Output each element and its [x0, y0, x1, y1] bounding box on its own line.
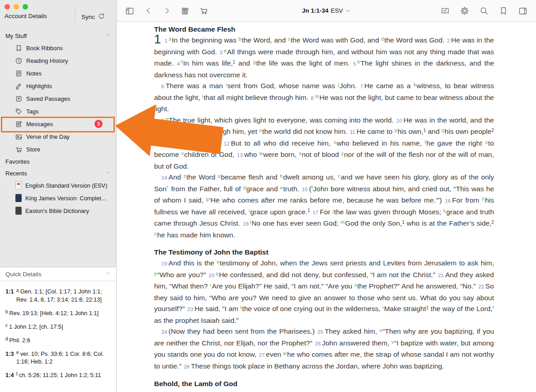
crossref-letter[interactable]: r [210, 282, 212, 288]
crossref-letter[interactable]: n [154, 231, 157, 236]
quick-details-header[interactable]: Quick Details [0, 267, 116, 281]
crossref-letter[interactable]: d [243, 185, 246, 190]
sync-button[interactable]: Sync [81, 12, 105, 21]
crossref-letter[interactable]: h [482, 196, 484, 202]
crossref-entry[interactable]: 1:4 fch. 5:26; 11:25; 1 John 1:2; 5:11 [5, 371, 111, 379]
crossref-entry[interactable]: c1 John 1:2; [ch. 17:5] [5, 323, 111, 331]
crossref-letter[interactable]: f [311, 185, 313, 190]
crossref-letter[interactable]: l [250, 219, 251, 225]
crossref-letter[interactable]: v [391, 339, 394, 345]
crossref-letter[interactable]: q [442, 128, 444, 133]
crossref-letter[interactable]: a [218, 173, 221, 179]
footnote-marker[interactable]: 1 [402, 220, 404, 225]
sidebar-item-verse-of-the-day[interactable]: Verse of the Day [0, 130, 116, 143]
sidebar-item-saved-passages[interactable]: Saved Passages [0, 92, 116, 105]
crossref-letter[interactable]: y [341, 151, 343, 156]
sidebar-item-reading-history[interactable]: Reading History [0, 54, 116, 67]
bookmark-button[interactable] [498, 5, 509, 17]
close-button[interactable] [5, 4, 10, 9]
sidebar-item-messages[interactable]: Messages3 [0, 118, 116, 130]
crossref-letter[interactable]: u [485, 139, 488, 145]
minimize-button[interactable] [14, 4, 19, 9]
chevron-down-icon[interactable] [105, 170, 111, 177]
sidebar-item-store[interactable]: Store [0, 143, 116, 156]
crossref-letter[interactable]: s [334, 139, 336, 145]
crossref-entry[interactable]: 1:1 aGen. 1:1; [Col. 1:17; 1 John 1:1; R… [5, 288, 111, 304]
crossref-letter[interactable]: n [165, 116, 168, 122]
panel-left-button[interactable] [124, 5, 136, 17]
footnote-marker[interactable]: 1 [426, 305, 429, 310]
crossref-letter[interactable]: c [338, 173, 340, 179]
gear-button[interactable] [459, 5, 470, 17]
crossref-letter[interactable]: u [380, 327, 382, 333]
crossref-letter[interactable]: w [283, 350, 287, 356]
chevron-left-button[interactable] [142, 5, 154, 17]
chevron-down-icon[interactable] [105, 32, 111, 39]
chevron-right-button[interactable] [161, 5, 173, 17]
crossref-entry[interactable]: 1:3 ever. 10; Ps. 33:6; 1 Cor. 8:6; Col.… [5, 350, 111, 366]
crossref-letter[interactable]: d [381, 36, 384, 42]
section-recents[interactable]: Recents [0, 167, 116, 179]
crossref-letter[interactable]: z [183, 173, 186, 179]
library-button[interactable] [179, 5, 191, 17]
crossref-letter[interactable]: s [354, 282, 357, 288]
crossref-letter[interactable]: e [224, 48, 226, 53]
crossref-letter[interactable]: a [169, 36, 171, 42]
crossref-letter[interactable]: h [357, 59, 360, 65]
sidebar-item-highlights[interactable]: Highlights [0, 80, 116, 92]
crossref-letter[interactable]: b [280, 173, 283, 179]
recent-item-esv[interactable]: English Standard Version (ESV) [0, 179, 116, 192]
book-check-button[interactable] [439, 5, 451, 17]
recent-item-easton[interactable]: Easton's Bible Dictionary [0, 204, 116, 217]
crossref-letter[interactable]: * [167, 185, 169, 190]
crossref-letter[interactable]: f [181, 59, 183, 65]
crossref-letter[interactable]: m [341, 219, 345, 225]
passage-title-button[interactable]: Jn 1:1-34 ESV [302, 7, 351, 14]
sidebar-item-tags[interactable]: Tags [0, 105, 116, 118]
account-details-button[interactable]: Account Details [5, 13, 47, 19]
crossref-letter[interactable]: k [414, 82, 416, 87]
crossref-letter[interactable]: g [206, 196, 209, 202]
footnote-marker[interactable]: 2 [491, 220, 494, 225]
zoom-button[interactable] [23, 4, 28, 9]
crossref-letter[interactable]: i [226, 82, 227, 87]
sidebar-item-book-ribbons[interactable]: Book Ribbons [0, 42, 116, 54]
crossref-letter[interactable]: v [181, 151, 183, 156]
crossref-letter[interactable]: o [259, 128, 262, 133]
book-cover-icon [15, 181, 22, 189]
crossref-entry[interactable]: dPhil. 2:6 [5, 336, 111, 345]
search-button[interactable] [478, 5, 490, 17]
footnote-marker[interactable]: 2 [491, 128, 494, 133]
crossref-letter[interactable]: m [315, 94, 319, 99]
crossref-letter[interactable]: e [280, 185, 283, 190]
crossref-letter[interactable]: c [288, 36, 290, 42]
crossref-letter[interactable]: j [338, 82, 339, 87]
sidebar-item-notes[interactable]: Notes [0, 67, 116, 80]
crossref-letter[interactable]: p [395, 128, 397, 133]
crossref-letter[interactable]: t [425, 139, 426, 145]
footnote-marker[interactable]: 1 [423, 128, 426, 133]
recent-item-kjv[interactable]: King James Version: Complet... [0, 192, 116, 204]
crossref-letter[interactable]: b [239, 36, 241, 42]
crossref-letter[interactable]: q [216, 271, 219, 276]
footnote-marker[interactable]: 1 [307, 208, 310, 213]
crossref-letter[interactable]: w [259, 151, 263, 156]
crossref-letter[interactable]: x [299, 151, 301, 156]
footnote-marker[interactable]: 1 [233, 60, 235, 65]
section-my-stuff[interactable]: My Stuff [0, 30, 116, 42]
section-favorites[interactable]: Favorites [0, 156, 116, 167]
crossref-letter[interactable]: g [253, 59, 256, 65]
cart-button[interactable] [198, 5, 210, 17]
crossref-letter[interactable]: i [249, 208, 249, 213]
crossref-letter[interactable]: l [202, 94, 203, 99]
panel-right-button[interactable] [517, 5, 529, 17]
chevron-down-icon[interactable] [105, 270, 111, 278]
crossref-letter[interactable]: r [154, 139, 156, 145]
verse-number: 8 [311, 95, 314, 101]
crossref-letter[interactable]: k [443, 208, 446, 213]
crossref-letter[interactable]: p [154, 271, 157, 276]
crossref-letter[interactable]: j [333, 208, 334, 213]
crossref-letter[interactable]: t [240, 305, 242, 310]
crossref-letter[interactable]: o [216, 259, 219, 264]
crossref-entry[interactable]: bRev. 19:13; [Heb. 4:12; 1 John 1:1] [5, 309, 111, 317]
